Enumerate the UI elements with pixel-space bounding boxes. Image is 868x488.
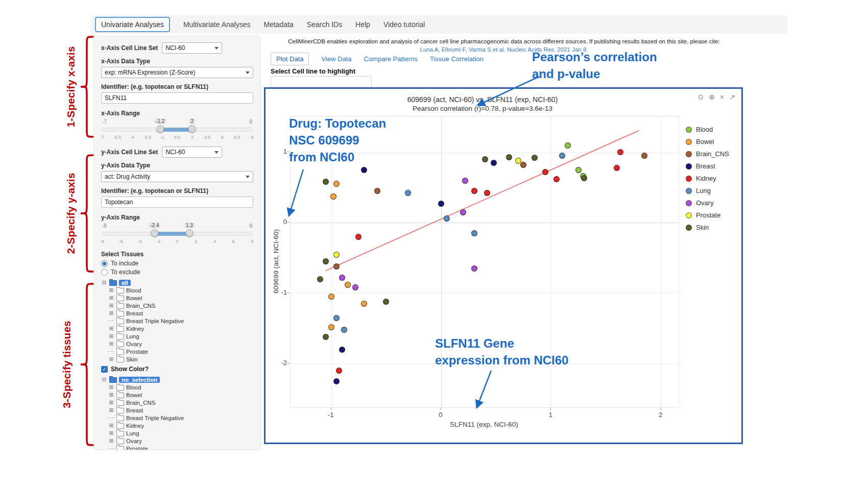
- x-identifier-input[interactable]: [101, 92, 253, 104]
- slider-handle-to[interactable]: [188, 125, 196, 133]
- expand-icon[interactable]: ⊞: [108, 407, 114, 413]
- nav-tab-univariate-analyses[interactable]: Univariate Analyses: [95, 17, 170, 32]
- scatter-point-breast[interactable]: [491, 160, 497, 166]
- expand-icon[interactable]: ⊞: [108, 384, 114, 390]
- scatter-point-skin[interactable]: [383, 299, 389, 305]
- scatter-point-skin[interactable]: [506, 154, 512, 160]
- tissue-label[interactable]: Breast Triple Negative: [126, 415, 184, 421]
- tissue-label[interactable]: Kidney: [126, 326, 144, 332]
- scatter-point-prostate[interactable]: [333, 252, 340, 258]
- tab-compare-patterns[interactable]: Compare Patterns: [364, 55, 418, 63]
- scatter-point-kidney[interactable]: [617, 149, 623, 155]
- y-cell-line-set-select[interactable]: NCI-60: [162, 147, 222, 158]
- scatter-point-brain-cns[interactable]: [520, 162, 526, 168]
- slider-handle-from[interactable]: [156, 125, 164, 133]
- tab-tissue-correlation[interactable]: Tissue Correlation: [430, 55, 484, 63]
- expand-icon[interactable]: ⊞: [108, 341, 114, 347]
- scatter-point-bowel[interactable]: [345, 282, 351, 288]
- expand-icon[interactable]: ⊞: [108, 287, 114, 293]
- y-range-slider[interactable]: -88-2.41.3-8-6-4-202468: [102, 223, 252, 246]
- expand-icon[interactable]: ⊞: [108, 295, 114, 301]
- slider-handle-to[interactable]: [185, 229, 193, 237]
- tissue-label[interactable]: Brain_CNS: [126, 303, 156, 309]
- scatter-point-bowel[interactable]: [361, 301, 367, 307]
- collapse-icon[interactable]: ⊟: [101, 377, 107, 382]
- scatter-point-bowel[interactable]: [333, 181, 340, 187]
- arrow-icon[interactable]: ↗: [729, 93, 735, 101]
- tissue-label[interactable]: Breast: [126, 310, 143, 316]
- slider-handle-from[interactable]: [151, 229, 158, 237]
- tab-view-data[interactable]: View Data: [321, 55, 351, 63]
- tissue-label[interactable]: Kidney: [126, 423, 144, 429]
- scatter-point-lung[interactable]: [559, 153, 565, 159]
- nav-tab-help[interactable]: Help: [355, 20, 370, 29]
- expand-icon[interactable]: ⊞: [108, 326, 114, 331]
- scatter-point-skin[interactable]: [323, 179, 329, 185]
- expand-icon[interactable]: ⊞: [108, 356, 114, 362]
- tissue-label[interactable]: Breast: [126, 407, 143, 413]
- scatter-point-blood[interactable]: [575, 167, 582, 173]
- scatter-point-ovary[interactable]: [339, 275, 345, 281]
- scatter-point-lung[interactable]: [405, 190, 411, 196]
- x-range-slider[interactable]: -78-1.22-7-5.5-4-2.5-10.523.556.58: [102, 119, 252, 141]
- tissue-label[interactable]: Lung: [126, 333, 139, 339]
- tissue-label[interactable]: Blood: [126, 287, 141, 294]
- nav-tab-video-tutorial[interactable]: Video tutorial: [383, 20, 425, 29]
- tree-root-label[interactable]: no_selection: [119, 377, 160, 383]
- scatter-point-bowel[interactable]: [328, 294, 334, 300]
- scatter-point-breast[interactable]: [333, 378, 340, 384]
- scatter-point-brain-cns[interactable]: [333, 263, 340, 270]
- expand-icon[interactable]: ⊞: [108, 400, 114, 405]
- scatter-point-brain-cns[interactable]: [641, 153, 647, 159]
- tissue-label[interactable]: Bowel: [126, 295, 142, 301]
- legend-item-blood[interactable]: Blood: [686, 126, 729, 133]
- tissue-label[interactable]: Ovary: [126, 341, 142, 347]
- close-icon[interactable]: ×: [720, 93, 724, 101]
- scatter-point-skin[interactable]: [317, 276, 323, 282]
- legend-item-bowel[interactable]: Bowel: [686, 138, 729, 145]
- scatter-point-kidney[interactable]: [553, 176, 560, 182]
- x-cell-line-set-select[interactable]: NCI-60: [162, 42, 222, 54]
- legend-item-prostate[interactable]: Prostate: [686, 211, 729, 219]
- scatter-point-kidney[interactable]: [355, 234, 361, 240]
- scatter-point-ovary[interactable]: [460, 209, 466, 215]
- expand-icon[interactable]: ⊞: [108, 430, 114, 436]
- y-identifier-input[interactable]: [101, 197, 253, 208]
- scatter-point-kidney[interactable]: [542, 169, 548, 175]
- expand-icon[interactable]: ⊞: [108, 423, 114, 428]
- legend-item-skin[interactable]: Skin: [686, 224, 729, 231]
- tab-plot-data[interactable]: Plot Data: [271, 53, 309, 65]
- y-data-type-select[interactable]: act: Drug Activity: [101, 171, 253, 182]
- scatter-point-skin[interactable]: [532, 155, 538, 161]
- scatter-point-skin[interactable]: [323, 258, 329, 264]
- x-data-type-select[interactable]: exp: mRNA Expression (Z-Score): [101, 67, 253, 78]
- radio-to-include[interactable]: To include: [101, 260, 253, 267]
- scatter-point-ovary[interactable]: [352, 284, 358, 290]
- tissue-label[interactable]: Bowel: [126, 392, 142, 398]
- scatter-point-kidney[interactable]: [471, 188, 477, 194]
- tissue-label[interactable]: Skin: [126, 356, 137, 362]
- scatter-point-bowel[interactable]: [328, 324, 334, 330]
- scatter-point-blood[interactable]: [565, 142, 571, 149]
- scatter-point-breast[interactable]: [339, 347, 345, 353]
- legend-item-ovary[interactable]: Ovary: [686, 199, 729, 207]
- scatter-point-lung[interactable]: [341, 327, 347, 333]
- scatter-point-ovary[interactable]: [462, 178, 468, 184]
- scatter-point-bowel[interactable]: [330, 193, 336, 200]
- nav-tab-search-ids[interactable]: Search IDs: [307, 20, 342, 29]
- scatter-point-kidney[interactable]: [614, 165, 620, 171]
- scatter-point-ovary[interactable]: [471, 265, 477, 272]
- camera-icon[interactable]: ⊙: [698, 93, 704, 101]
- scatter-point-skin[interactable]: [323, 334, 329, 340]
- show-color-checkbox[interactable]: ✓ Show Color?: [101, 365, 253, 373]
- tissue-label[interactable]: Breast Triple Negative: [126, 318, 184, 324]
- expand-icon[interactable]: ⊞: [108, 303, 114, 308]
- scatter-point-breast[interactable]: [438, 201, 444, 207]
- radio-to-exclude[interactable]: To exclude: [101, 269, 253, 276]
- scatter-point-lung[interactable]: [333, 315, 340, 321]
- highlight-cell-line-input[interactable]: [271, 76, 372, 88]
- expand-icon[interactable]: ⊞: [108, 310, 114, 316]
- scatter-point-brain-cns[interactable]: [374, 188, 380, 194]
- nav-tab-metadata[interactable]: Metadata: [263, 20, 293, 29]
- tissue-label[interactable]: Blood: [126, 384, 141, 391]
